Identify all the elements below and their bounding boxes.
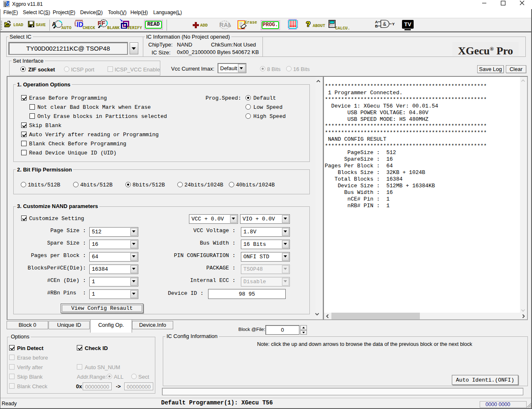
svg-text:RAM: RAM: [219, 22, 231, 28]
svg-text:B: B: [375, 24, 378, 28]
svg-text:FF: FF: [98, 20, 105, 27]
svg-text:&: &: [383, 21, 386, 27]
svg-text:Y: Y: [392, 22, 395, 26]
svg-text:A: A: [52, 21, 56, 27]
